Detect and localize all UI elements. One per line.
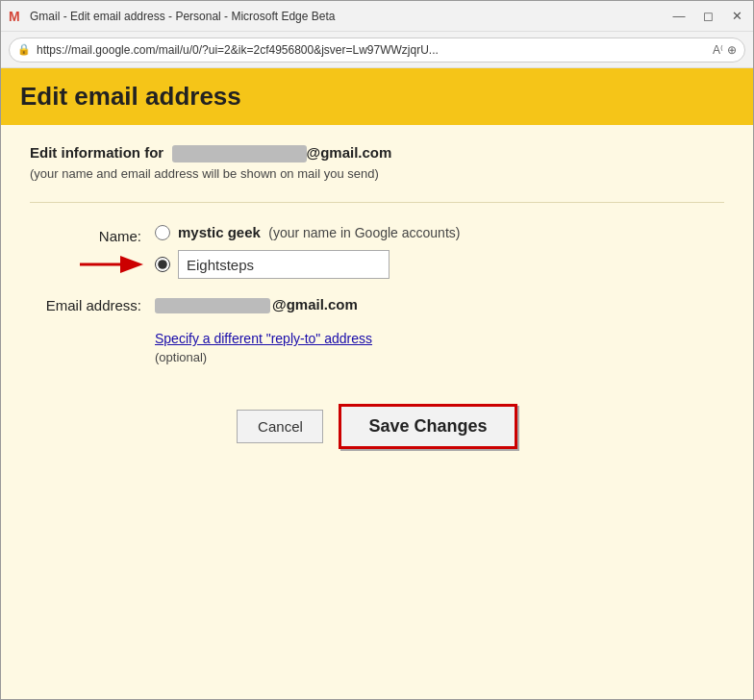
email-address-redacted bbox=[155, 298, 270, 313]
name-label: Name: bbox=[30, 224, 155, 244]
name-row: Name: mystic geek (your name in Google a… bbox=[30, 224, 724, 279]
buttons-row: Cancel Save Changes bbox=[30, 404, 724, 449]
email-value: @gmail.com bbox=[155, 296, 358, 313]
maximize-button[interactable]: ◻ bbox=[699, 8, 716, 25]
name-options: mystic geek (your name in Google account… bbox=[155, 224, 724, 279]
name-text-input[interactable] bbox=[178, 250, 390, 279]
cancel-button[interactable]: Cancel bbox=[237, 410, 323, 443]
minimize-button[interactable]: — bbox=[670, 8, 688, 25]
radio-option-2 bbox=[155, 250, 724, 279]
radio-option1-label: mystic geek (your name in Google account… bbox=[178, 224, 460, 240]
address-bar-icons: A⁽ ⊕ bbox=[713, 43, 737, 57]
dialog-body: Edit information for @gmail.com (your na… bbox=[1, 125, 753, 699]
radio-option2-input[interactable] bbox=[155, 257, 170, 272]
close-button[interactable]: ✕ bbox=[728, 8, 745, 25]
dialog-title: Edit email address bbox=[20, 82, 241, 111]
window-title: Gmail - Edit email address - Personal - … bbox=[30, 10, 335, 23]
zoom-icon[interactable]: ⊕ bbox=[727, 43, 737, 57]
edit-info-suffix: @gmail.com bbox=[307, 144, 392, 161]
dialog-header: Edit email address bbox=[1, 68, 753, 125]
email-row: Email address: @gmail.com bbox=[30, 296, 724, 313]
lock-icon: 🔒 bbox=[17, 43, 31, 56]
browser-window: M Gmail - Edit email address - Personal … bbox=[0, 0, 754, 700]
read-aloud-icon[interactable]: A⁽ bbox=[713, 43, 723, 57]
title-bar-controls: — ◻ ✕ bbox=[670, 8, 745, 25]
reply-to-link[interactable]: Specify a different "reply-to" address bbox=[155, 331, 724, 346]
option1-sub: (your name in Google accounts) bbox=[268, 225, 460, 240]
radio-option-1: mystic geek (your name in Google account… bbox=[155, 224, 724, 240]
email-label: Email address: bbox=[30, 297, 155, 313]
option1-name: mystic geek bbox=[178, 224, 261, 240]
radio-option1-input[interactable] bbox=[155, 225, 170, 240]
address-bar[interactable]: 🔒 https://mail.google.com/mail/u/0/?ui=2… bbox=[9, 38, 745, 62]
email-domain: @gmail.com bbox=[272, 296, 358, 312]
address-bar-row: 🔒 https://mail.google.com/mail/u/0/?ui=2… bbox=[1, 32, 753, 68]
reply-to-row: Specify a different "reply-to" address (… bbox=[30, 331, 724, 365]
gmail-favicon-icon: M bbox=[9, 9, 24, 24]
reply-to-optional: (optional) bbox=[155, 350, 207, 364]
title-bar: M Gmail - Edit email address - Personal … bbox=[1, 1, 753, 32]
title-bar-left: M Gmail - Edit email address - Personal … bbox=[9, 9, 335, 24]
edit-info-subtitle: (your name and email address will be sho… bbox=[30, 166, 724, 181]
dialog-area: Edit email address Edit information for … bbox=[1, 68, 753, 699]
url-text: https://mail.google.com/mail/u/0/?ui=2&i… bbox=[37, 43, 707, 57]
edit-info-line: Edit information for @gmail.com bbox=[30, 144, 724, 162]
email-redacted-name bbox=[172, 145, 307, 162]
divider bbox=[30, 202, 724, 203]
form-section: Name: mystic geek (your name in Google a… bbox=[30, 224, 724, 365]
save-changes-button[interactable]: Save Changes bbox=[339, 404, 516, 449]
red-arrow-icon bbox=[78, 251, 147, 278]
edit-info-prefix: Edit information for bbox=[30, 144, 163, 161]
